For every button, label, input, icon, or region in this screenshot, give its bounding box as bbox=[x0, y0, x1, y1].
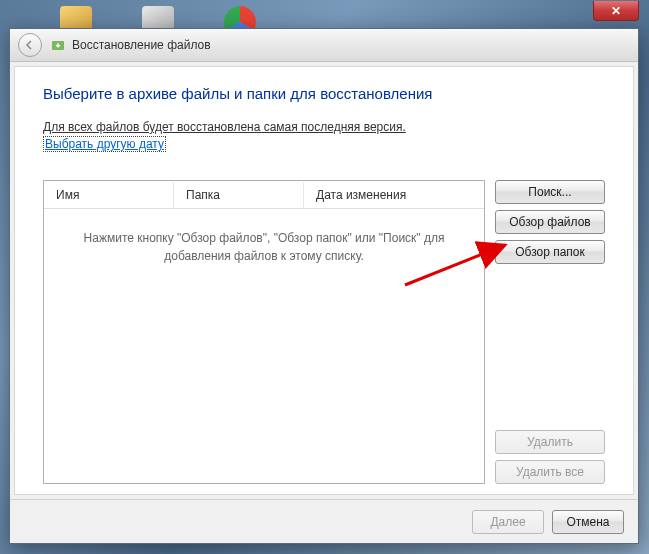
browse-files-button[interactable]: Обзор файлов bbox=[495, 210, 605, 234]
close-button[interactable]: ✕ bbox=[593, 1, 639, 21]
page-heading: Выберите в архиве файлы и папки для восс… bbox=[43, 85, 605, 102]
cancel-button[interactable]: Отмена bbox=[552, 510, 624, 534]
titlebar: Восстановление файлов bbox=[10, 29, 638, 62]
wizard-window: ✕ Восстановление файлов Выберите в архив… bbox=[9, 28, 639, 544]
list-empty-hint: Нажмите кнопку "Обзор файлов", "Обзор па… bbox=[44, 209, 484, 483]
delete-button: Удалить bbox=[495, 430, 605, 454]
column-folder[interactable]: Папка bbox=[174, 182, 304, 208]
close-icon: ✕ bbox=[611, 4, 621, 18]
footer: Далее Отмена bbox=[10, 499, 638, 543]
main-area: Имя Папка Дата изменения Нажмите кнопку … bbox=[43, 180, 605, 484]
content-area: Выберите в архиве файлы и папки для восс… bbox=[14, 66, 634, 495]
subtext: Для всех файлов будет восстановлена сама… bbox=[43, 120, 605, 134]
browse-folders-button[interactable]: Обзор папок bbox=[495, 240, 605, 264]
column-name[interactable]: Имя bbox=[44, 182, 174, 208]
delete-all-button: Удалить все bbox=[495, 460, 605, 484]
restore-icon bbox=[50, 37, 66, 53]
search-button[interactable]: Поиск... bbox=[495, 180, 605, 204]
back-arrow-icon bbox=[24, 39, 36, 51]
file-list: Имя Папка Дата изменения Нажмите кнопку … bbox=[43, 180, 485, 484]
back-button[interactable] bbox=[18, 33, 42, 57]
choose-date-link[interactable]: Выбрать другую дату bbox=[43, 136, 166, 152]
window-title: Восстановление файлов bbox=[72, 38, 211, 52]
next-button: Далее bbox=[472, 510, 544, 534]
column-date[interactable]: Дата изменения bbox=[304, 182, 484, 208]
list-header: Имя Папка Дата изменения bbox=[44, 181, 484, 209]
side-buttons: Поиск... Обзор файлов Обзор папок Удалит… bbox=[495, 180, 605, 484]
